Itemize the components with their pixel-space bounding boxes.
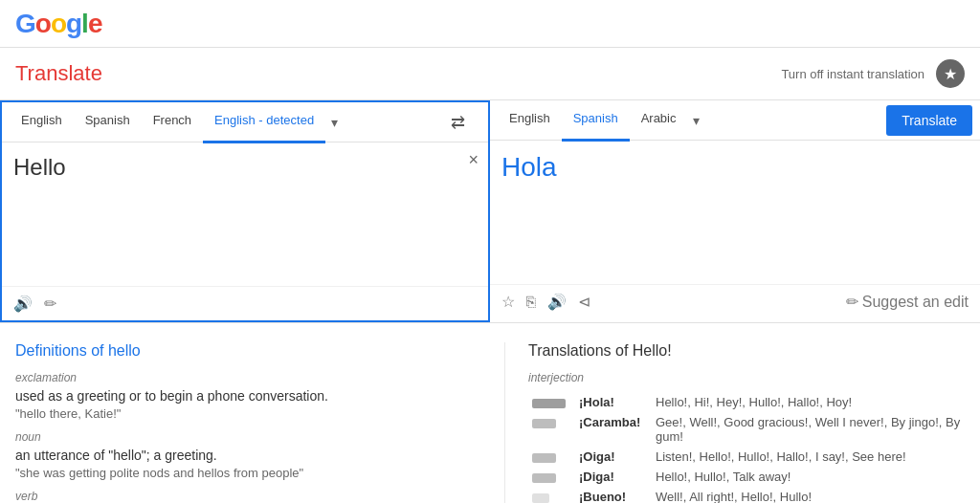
freq-bar-2 <box>532 453 556 463</box>
source-input-text[interactable]: Hello <box>13 154 450 181</box>
result-lang-tabs: English Spanish Arabic ▾ Translate <box>490 100 980 141</box>
trans-alts-4: Well!, All right!, Hello!, Hullo! <box>652 487 965 503</box>
trans-alts-0: Hello!, Hi!, Hey!, Hullo!, Hallo!, Hoy! <box>652 392 965 412</box>
result-icons: ☆ ⎘ 🔊 ⊲ ✏ Suggest an edit <box>490 284 980 318</box>
definitions-right: Translations of Hello! interjection ¡Hol… <box>505 342 965 503</box>
freq-bar-0 <box>532 399 566 408</box>
table-row: ¡Bueno! Well!, All right!, Hello!, Hullo… <box>528 487 965 503</box>
translate-main: English Spanish French English - detecte… <box>0 100 980 323</box>
google-logo: Google <box>15 9 101 39</box>
result-tab-arabic[interactable]: Arabic <box>630 98 688 142</box>
translate-button[interactable]: Translate <box>886 105 972 136</box>
table-row: ¡Hola! Hello!, Hi!, Hey!, Hullo!, Hallo!… <box>528 392 965 412</box>
trans-alts-1: Gee!, Well!, Good gracious!, Well I neve… <box>652 412 965 447</box>
header: Google <box>0 0 980 48</box>
source-lang-dropdown[interactable]: ▾ <box>327 111 342 134</box>
def-text-1: an utterance of "hello"; a greeting. <box>15 448 481 463</box>
table-row: ¡Caramba! Gee!, Well!, Good gracious!, W… <box>528 412 965 447</box>
star-result-icon[interactable]: ☆ <box>501 293 515 311</box>
result-panel: English Spanish Arabic ▾ Translate Hola … <box>490 100 980 322</box>
table-row: ¡Diga! Hello!, Hullo!, Talk away! <box>528 467 965 487</box>
source-sound-icon[interactable]: 🔊 <box>13 295 33 313</box>
star-button[interactable]: ★ <box>936 59 965 88</box>
freq-bar-1 <box>532 419 556 428</box>
instant-translation-label[interactable]: Turn off instant translation <box>781 67 924 81</box>
translations-title: Translations of Hello! <box>528 342 965 360</box>
translate-bar-right: Turn off instant translation ★ <box>781 59 965 88</box>
def-pos-noun: noun <box>15 430 481 444</box>
translations-table: ¡Hola! Hello!, Hi!, Hey!, Hullo!, Hallo!… <box>528 392 965 503</box>
trans-word-3: ¡Diga! <box>575 467 652 487</box>
trans-word-4: ¡Bueno! <box>575 487 652 503</box>
def-pos-verb: verb <box>15 490 481 503</box>
translate-bar: Translate Turn off instant translation ★ <box>0 48 980 100</box>
translate-title: Translate <box>15 61 102 86</box>
source-lang-tabs: English Spanish French English - detecte… <box>2 102 488 142</box>
table-row: ¡Oiga! Listen!, Hello!, Hullo!, Hallo!, … <box>528 447 965 467</box>
trans-word-1: ¡Caramba! <box>575 412 652 447</box>
copy-icon[interactable]: ⎘ <box>526 294 536 311</box>
result-sound-icon[interactable]: 🔊 <box>547 293 567 311</box>
suggest-edit-label: Suggest an edit <box>862 294 969 311</box>
source-text-area: Hello × <box>2 142 488 286</box>
source-tab-french[interactable]: French <box>142 100 203 143</box>
result-lang-dropdown[interactable]: ▾ <box>689 109 703 132</box>
source-edit-icon[interactable]: ✏ <box>44 295 56 313</box>
suggest-edit-button[interactable]: ✏ Suggest an edit <box>846 293 969 311</box>
def-example-1: "she was getting polite nods and hellos … <box>15 466 481 480</box>
definitions-section: Definitions of hello exclamation used as… <box>0 323 980 503</box>
suggest-edit-pen-icon: ✏ <box>846 293 858 311</box>
trans-word-0: ¡Hola! <box>575 392 652 412</box>
clear-button[interactable]: × <box>468 150 479 170</box>
result-output-text: Hola <box>501 152 969 183</box>
trans-alts-3: Hello!, Hullo!, Talk away! <box>652 467 965 487</box>
def-text-0: used as a greeting or to begin a phone c… <box>15 388 481 404</box>
definitions-title: Definitions of hello <box>15 342 481 360</box>
source-icons: 🔊 ✏ <box>2 286 488 320</box>
result-text-area: Hola <box>490 141 980 284</box>
source-tab-english[interactable]: English <box>10 100 74 143</box>
source-tab-detected[interactable]: English - detected <box>203 100 325 143</box>
freq-bar-4 <box>532 493 549 503</box>
source-tab-spanish[interactable]: Spanish <box>74 100 142 143</box>
trans-alts-2: Listen!, Hello!, Hullo!, Hallo!, I say!,… <box>652 447 965 467</box>
swap-button[interactable]: ⇄ <box>443 108 473 137</box>
result-tab-spanish[interactable]: Spanish <box>562 98 630 142</box>
source-panel: English Spanish French English - detecte… <box>0 100 490 322</box>
trans-word-2: ¡Oiga! <box>575 447 652 467</box>
def-example-0: "hello there, Katie!" <box>15 406 481 421</box>
result-tab-english[interactable]: English <box>498 98 562 142</box>
translations-pos: interjection <box>528 371 965 384</box>
freq-bar-3 <box>532 473 556 483</box>
definitions-left: Definitions of hello exclamation used as… <box>15 342 505 503</box>
def-pos-exclamation: exclamation <box>15 371 481 384</box>
share-icon[interactable]: ⊲ <box>578 293 590 311</box>
